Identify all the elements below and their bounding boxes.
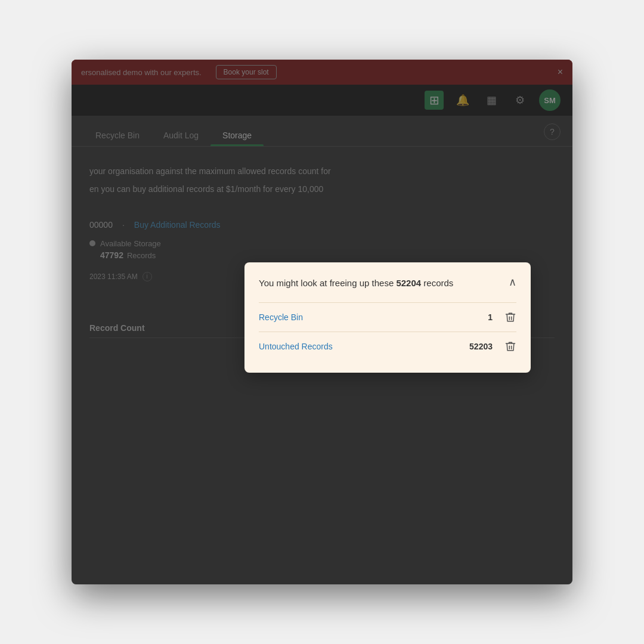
untouched-records-link[interactable]: Untouched Records: [259, 342, 457, 351]
recycle-bin-count: 1: [457, 312, 493, 322]
popup-title-suffix: records: [421, 278, 453, 288]
popup-title-prefix: You might look at freeing up these: [259, 278, 396, 288]
untouched-records-row: Untouched Records 52203: [259, 332, 516, 361]
untouched-records-count: 52203: [457, 342, 493, 351]
popup-title-count: 52204: [396, 278, 421, 288]
collapse-button[interactable]: ∧: [509, 275, 516, 289]
popup-title: You might look at freeing up these 52204…: [259, 277, 453, 290]
recycle-bin-delete-button[interactable]: [504, 311, 516, 323]
recycle-bin-link[interactable]: Recycle Bin: [259, 312, 457, 322]
popup-card: You might look at freeing up these 52204…: [244, 262, 531, 373]
app-window: ersonalised demo with our experts. Book …: [72, 60, 572, 584]
trash-icon: [504, 311, 516, 323]
trash-icon-2: [504, 340, 516, 352]
popup-header: You might look at freeing up these 52204…: [259, 277, 516, 290]
recycle-bin-row: Recycle Bin 1: [259, 302, 516, 332]
untouched-records-delete-button[interactable]: [504, 340, 516, 352]
